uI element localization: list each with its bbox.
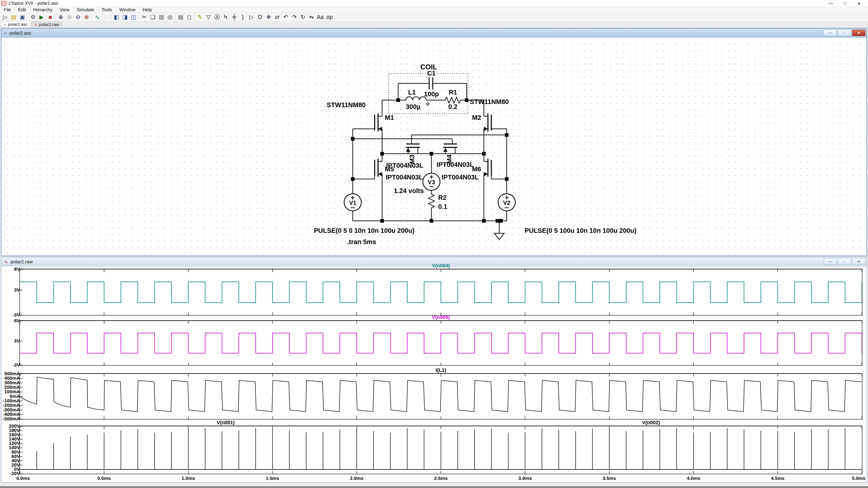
component-icon[interactable]: D [256,13,264,21]
x-axis-label: 1.5ms [266,476,279,481]
tab-polar2-asc[interactable]: ⌁polar2.asc [1,21,31,27]
halt-icon[interactable]: ■ [46,13,55,21]
copy-icon[interactable]: ❏ [149,13,157,21]
save-icon[interactable]: ▣ [18,13,27,21]
cascade-icon[interactable]: ◫ [129,13,138,21]
x-axis-label: 5.0ms [852,476,866,481]
schematic-window-title-bar[interactable]: ⌁ polar2.asc — ▫ ✕ [1,29,867,37]
mosfet-m5[interactable] [353,154,382,221]
r1-value: 0.2 [448,103,457,110]
menu-item-view[interactable]: View [56,7,73,13]
tab-polar2-raw[interactable]: ∿polar2.raw [31,22,62,27]
v1-label: V1 [349,199,356,206]
rotate-icon[interactable]: ↻ [299,13,307,21]
run-icon[interactable]: ▶ [37,13,46,21]
l1-value: 300µ [406,103,420,110]
move-icon[interactable]: ❖ [264,13,273,21]
inductor-l1[interactable] [406,97,426,100]
plot-pane-3-traces[interactable] [20,374,862,419]
voltage-source-v2[interactable] [498,194,515,221]
voltage-source-v1[interactable] [344,194,361,221]
waveform-pane-icon[interactable]: ∿ [93,13,101,21]
waveform-client-area[interactable]: 8V3V-3VV(n004)8V3V-3VV(n005)500mA400mA30… [1,267,867,482]
inductor-icon[interactable]: } [239,13,247,21]
plot-pane-4-traces[interactable] [20,426,862,474]
zoom-in-icon[interactable]: ⊕ [57,13,65,21]
toolbar-separator [92,14,92,21]
undo-icon[interactable]: ↶ [281,13,290,21]
x-axis-label: 3.5ms [602,476,616,481]
pane-1-title: V(n004) [432,263,450,269]
control-panel-icon[interactable]: ⚙ [29,13,37,21]
open-file-icon[interactable]: ▤ [9,13,18,21]
main-title-bar[interactable]: LT LTspice XVII - polar2.asc — □ × [0,0,868,7]
print-preview-icon[interactable]: ◻ [185,13,193,21]
pane-4-title-Vn002: V(n002) [642,420,660,426]
waveform-minimize-button[interactable]: — [824,258,837,265]
menu-item-edit[interactable]: Edit [14,7,29,13]
pulse-left-directive: PULSE(0 5 0 10n 10n 100u 200u) [314,227,414,234]
diode-icon[interactable]: ▷ [247,13,256,21]
zoom-full-icon[interactable]: ⊗ [82,13,91,21]
ground-icon[interactable]: ▽ [204,13,213,21]
bottom-strip [0,486,868,488]
waveform-tab-icon: ∿ [34,23,37,27]
schematic-tab-icon: ⌁ [4,22,6,27]
tab-label: polar2.asc [8,22,28,27]
y-axis-label: -500mA [1,416,20,422]
stw11nm80-right-label: STW11NM80 [470,98,509,105]
zoom-out-icon[interactable]: ⊖ [74,13,82,21]
menu-item-simulate[interactable]: Simulate [73,7,98,13]
text-icon[interactable]: Aa [316,13,324,21]
schematic-window: ⌁ polar2.asc — ▫ ✕ [1,28,867,256]
waveform-restore-button[interactable]: ▫ [838,258,851,265]
resistor-icon[interactable]: Ϟ [221,13,230,21]
close-button[interactable]: × [850,0,868,7]
schematic-close-button[interactable]: ✕ [852,30,865,36]
waveform-window-icon: ∿ [4,259,8,264]
tile-vertical-icon[interactable]: ◧ [112,13,121,21]
y-axis-label: -3V [1,312,20,318]
new-schematic-icon[interactable]: ▷ [1,13,9,21]
menu-item-help[interactable]: Help [139,7,156,13]
x-axis-label: 4.0ms [687,476,700,481]
redo-icon[interactable]: ↷ [290,13,299,21]
print-icon[interactable]: ▤ [176,13,185,21]
ground-symbol[interactable] [494,221,504,239]
net-label-icon[interactable]: Ⓐ [213,13,221,21]
mirror-icon[interactable]: ⇋ [307,13,316,21]
resistor-r2[interactable] [429,190,434,221]
plot-pane-1-traces[interactable] [20,269,862,315]
spice-directive-icon[interactable]: .op [324,13,333,21]
resistor-r1[interactable] [444,97,465,103]
tile-horizontal-icon[interactable]: ◨ [121,13,129,21]
menu-item-hierarchy[interactable]: Hierarchy [30,7,56,13]
plot-pane-2-traces[interactable] [20,321,862,365]
capacitor-icon[interactable]: ╪ [230,13,239,21]
mosfet-m1[interactable] [353,113,382,194]
wire-icon[interactable]: ✎ [195,13,204,21]
schematic-minimize-button[interactable]: — [824,30,837,36]
menu-item-window[interactable]: Window [116,7,139,13]
zoom-back-icon[interactable]: ⊖ [65,13,74,21]
schematic-restore-button[interactable]: ▫ [838,30,851,36]
toolbar-separator [28,14,28,21]
menu-item-file[interactable]: File [0,7,14,13]
capacitor-c1[interactable] [429,77,433,90]
mosfet-m2[interactable] [484,113,507,194]
l1-label: L1 [408,89,416,96]
toolbar-separator [111,14,111,21]
mosfet-m4[interactable] [443,144,457,154]
waveform-close-button[interactable]: ✕ [852,258,865,265]
schematic-canvas[interactable]: COIL C1 100p L1 300µ R1 0.2 STW11NM80 ST… [1,38,867,256]
find-icon[interactable]: ◎ [166,13,174,21]
mosfet-m3[interactable] [406,144,420,154]
waveform-window-title: polar2.raw [11,259,33,264]
paste-icon[interactable]: ▧ [157,13,166,21]
pane-2-title: V(n005) [432,315,450,320]
mosfet-m6[interactable] [484,154,507,221]
autorange-icon[interactable]: ◌ [101,13,110,21]
cut-icon[interactable]: ✂ [140,13,149,21]
drag-icon[interactable]: ⇄ [273,13,281,21]
menu-item-tools[interactable]: Tools [98,7,116,13]
